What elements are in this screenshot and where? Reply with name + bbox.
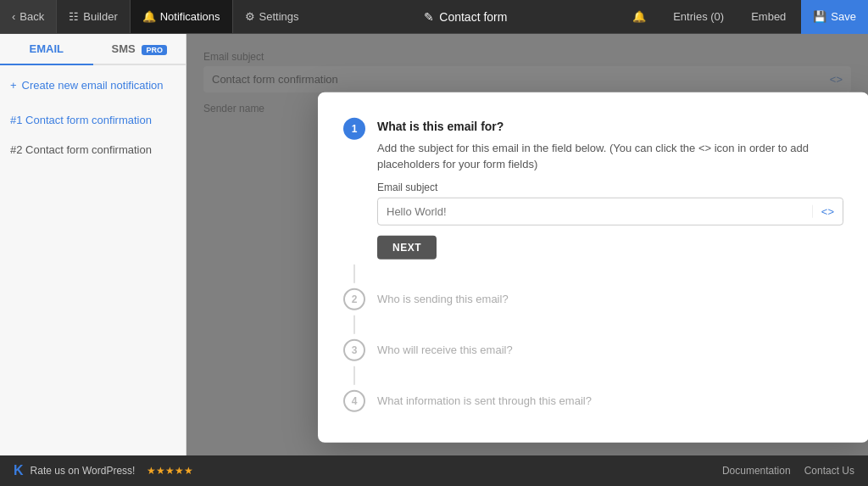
bottom-links: Documentation Contact Us (722, 465, 854, 477)
step-4-circle: 4 (343, 389, 365, 411)
bell-alert-icon: 🔔 (632, 10, 646, 23)
save-label: Save (831, 10, 856, 23)
settings-label: Settings (259, 10, 299, 23)
bottom-bar: K Rate us on WordPress! ★★★★★ Documentat… (0, 455, 868, 486)
back-icon: ‹ (12, 10, 15, 23)
notification-item-1-label: #1 Contact form confirmation (10, 114, 152, 126)
content-area: Email subject Contact form confirmation … (186, 34, 868, 486)
step-2-number: 2 (352, 293, 358, 304)
step-4-title: What information is sent through this em… (377, 391, 843, 406)
embed-label: Embed (751, 10, 786, 23)
rate-text: Rate us on WordPress! (31, 465, 136, 477)
bottom-left: K Rate us on WordPress! ★★★★★ (14, 463, 198, 478)
step-4-item: 4 What information is sent through this … (343, 389, 843, 411)
next-btn-label: NEXT (392, 241, 421, 253)
builder-button[interactable]: ☷ Builder (57, 0, 129, 33)
entries-button[interactable]: Entries (0) (661, 0, 736, 34)
step-3-number: 3 (352, 344, 358, 355)
step-2-item: 2 Who is sending this email? (343, 288, 843, 310)
pro-badge: PRO (142, 45, 167, 55)
sms-tab-label: SMS (112, 42, 136, 55)
builder-label: Builder (83, 10, 117, 23)
tab-email[interactable]: EMAIL (0, 34, 93, 65)
back-label: Back (19, 10, 44, 23)
step-1-number: 1 (352, 122, 358, 134)
bottom-logo: K (14, 463, 24, 478)
main-layout: EMAIL SMS PRO + Create new email notific… (0, 34, 868, 486)
step-2-circle: 2 (343, 288, 365, 310)
step-1-description: Add the subject for this email in the fi… (377, 139, 843, 172)
entries-label: Entries (0) (673, 10, 724, 23)
settings-button[interactable]: ⚙ Settings (233, 0, 311, 33)
step-1-title: What is this email for? (377, 119, 843, 132)
step-connector-3-4 (353, 366, 355, 384)
sidebar-actions: + Create new email notification (0, 65, 186, 105)
step-4-number: 4 (352, 394, 358, 406)
email-tab-label: EMAIL (30, 42, 64, 55)
gear-icon: ⚙ (245, 10, 255, 23)
create-btn-label: Create new email notification (22, 79, 164, 92)
step-3-circle: 3 (343, 338, 365, 360)
sidebar-tabs: EMAIL SMS PRO (0, 34, 186, 65)
save-icon: 💾 (813, 10, 826, 23)
notifications-label: Notifications (160, 10, 220, 23)
step-1-content: What is this email for? Add the subject … (377, 117, 843, 259)
form-title: Contact form (439, 10, 507, 24)
step-3-item: 3 Who will receive this email? (343, 338, 843, 360)
bell-alert-button[interactable]: 🔔 (620, 0, 658, 34)
step-1-input-label: Email subject (377, 181, 843, 193)
create-notification-button[interactable]: + Create new email notification (10, 75, 175, 95)
builder-icon: ☷ (69, 10, 79, 23)
step-connector-2-3 (353, 315, 355, 333)
next-button[interactable]: NEXT (377, 235, 437, 259)
top-navigation: ‹ Back ☷ Builder 🔔 Notifications ⚙ Setti… (0, 0, 868, 34)
documentation-link[interactable]: Documentation (722, 465, 791, 477)
email-subject-input[interactable] (378, 198, 812, 224)
nav-right-actions: 🔔 Entries (0) Embed 💾 Save (620, 0, 868, 34)
step-connector-1-2 (353, 264, 355, 282)
notification-item-2-label: #2 Contact form confirmation (10, 143, 152, 156)
save-button[interactable]: 💾 Save (801, 0, 868, 34)
step-2-content: Who is sending this email? (377, 288, 843, 304)
form-title-area: ✎ Contact form (311, 10, 621, 24)
step-1-item: 1 What is this email for? Add the subjec… (343, 117, 843, 259)
step-3-content: Who will receive this email? (377, 338, 843, 355)
sidebar: EMAIL SMS PRO + Create new email notific… (0, 34, 186, 486)
star-icons: ★★★★★ (147, 465, 193, 477)
contact-link[interactable]: Contact Us (804, 465, 854, 477)
step-1-circle: 1 (343, 117, 365, 139)
notifications-button[interactable]: 🔔 Notifications (131, 0, 232, 33)
placeholder-icon[interactable]: <> (812, 204, 843, 217)
notification-item-2[interactable]: #2 Contact form confirmation (0, 135, 186, 165)
bell-icon: 🔔 (142, 10, 156, 23)
step-1-input-wrap: <> (377, 197, 843, 225)
edit-icon: ✎ (424, 10, 434, 24)
step-3-title: Who will receive this email? (377, 340, 843, 355)
step-4-content: What information is sent through this em… (377, 389, 843, 406)
tab-sms[interactable]: SMS PRO (93, 34, 186, 65)
notification-item-1[interactable]: #1 Contact form confirmation (0, 105, 186, 135)
back-button[interactable]: ‹ Back (0, 0, 56, 33)
embed-button[interactable]: Embed (739, 0, 798, 34)
plus-icon: + (10, 79, 17, 92)
wizard-modal: 1 What is this email for? Add the subjec… (318, 92, 868, 442)
step-2-title: Who is sending this email? (377, 289, 843, 304)
